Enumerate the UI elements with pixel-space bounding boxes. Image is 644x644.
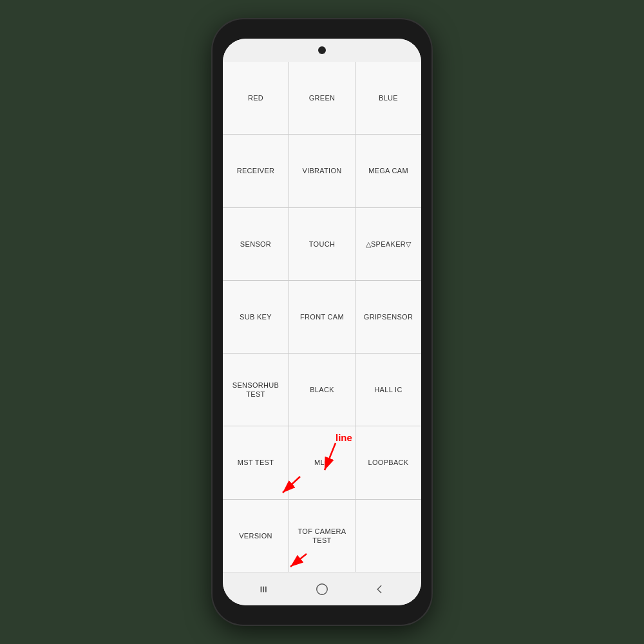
diagnostic-grid: RED GREEN BLUE RECEIVER VIBRATION MEGA C… [223,62,421,572]
notch-area [223,39,421,62]
phone-device: RED GREEN BLUE RECEIVER VIBRATION MEGA C… [213,19,431,625]
recent-apps-icon [258,582,272,596]
back-button[interactable] [367,577,392,601]
navigation-bar [223,572,421,605]
mst-test-button[interactable]: MST TEST [223,426,289,498]
empty-cell [355,500,421,572]
svg-point-3 [317,583,328,594]
sensorhub-test-button[interactable]: SENSORHUB TEST [223,354,289,426]
green-button[interactable]: GREEN [289,62,355,134]
gripsensor-button[interactable]: GRIPSENSOR [355,281,421,353]
blue-button[interactable]: BLUE [355,62,421,134]
tof-camera-test-button[interactable]: TOF CAMERA TEST [289,500,355,572]
sub-key-button[interactable]: SUB KEY [223,281,289,353]
phone-screen: RED GREEN BLUE RECEIVER VIBRATION MEGA C… [223,39,421,605]
receiver-button[interactable]: RECEIVER [223,135,289,207]
front-cam-button[interactable]: FRONT CAM [289,281,355,353]
red-button[interactable]: RED [223,62,289,134]
home-button[interactable] [310,577,334,601]
touch-button[interactable]: TOUCH [289,208,355,280]
home-icon [315,582,329,596]
hall-ic-button[interactable]: HALL IC [355,354,421,426]
speaker-button[interactable]: △SPEAKER▽ [355,208,421,280]
sensor-button[interactable]: SENSOR [223,208,289,280]
mlc-button[interactable]: MLC [289,426,355,498]
vibration-button[interactable]: VIBRATION [289,135,355,207]
recent-apps-button[interactable] [252,577,277,601]
version-button[interactable]: VERSION [223,500,289,572]
mega-cam-button[interactable]: MEGA CAM [355,135,421,207]
black-button[interactable]: BLACK [289,354,355,426]
front-camera-dot [318,46,326,54]
loopback-button[interactable]: LOOPBACK [355,426,421,498]
back-icon [372,582,386,596]
